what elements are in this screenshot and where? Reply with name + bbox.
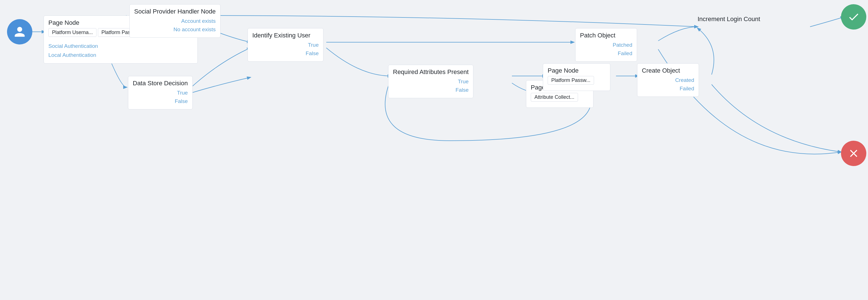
output-false-iu: False: [252, 49, 319, 58]
flow-canvas: Page Node Platform Userna... Platform Pa…: [0, 0, 868, 300]
required-attributes-title: Required Attributes Present: [393, 68, 469, 76]
end-node-success[interactable]: [841, 4, 866, 30]
patch-object-outputs: Patched Failed: [580, 41, 632, 58]
identify-user-outputs: True False: [252, 41, 319, 58]
page-node-3[interactable]: Page Node Platform Passw...: [543, 63, 610, 91]
chip-platform-password-3[interactable]: Platform Passw...: [548, 76, 594, 85]
required-attributes-outputs: True False: [393, 78, 469, 95]
identify-user-title: Identify Existing User: [252, 32, 319, 39]
patch-object-node[interactable]: Patch Object Patched Failed: [575, 28, 637, 62]
social-provider-node[interactable]: Social Provider Handler Node Account exi…: [129, 4, 220, 38]
data-store-node[interactable]: Data Store Decision True False: [128, 76, 193, 110]
output-local-auth: Local Authentication: [49, 51, 193, 60]
page-node-3-title: Page Node: [548, 67, 606, 74]
page-node-2-chips: Attribute Collect...: [531, 93, 589, 104]
output-no-account: No account exists: [134, 25, 216, 34]
output-failed-create: Failed: [642, 84, 694, 93]
output-patched: Patched: [580, 41, 632, 49]
end-node-fail[interactable]: [841, 141, 866, 166]
output-true-ra: True: [393, 78, 469, 86]
patch-object-title: Patch Object: [580, 32, 632, 39]
data-store-title: Data Store Decision: [133, 80, 188, 87]
check-icon: [847, 11, 860, 23]
create-object-node[interactable]: Create Object Created Failed: [637, 63, 699, 97]
data-store-outputs: True False: [133, 89, 188, 106]
output-social-auth: Social Authentication: [49, 42, 193, 51]
page-node-1-outputs: Social Authentication Local Authenticati…: [49, 42, 193, 60]
chip-attribute-collect[interactable]: Attribute Collect...: [531, 93, 578, 101]
social-provider-title: Social Provider Handler Node: [134, 8, 216, 15]
output-true-iu: True: [252, 41, 319, 49]
page-node-3-chips: Platform Passw...: [548, 76, 606, 87]
close-icon: [847, 147, 860, 159]
create-object-outputs: Created Failed: [642, 76, 694, 93]
chip-platform-username[interactable]: Platform Userna...: [49, 28, 96, 37]
identify-user-node[interactable]: Identify Existing User True False: [248, 28, 323, 62]
increment-login-label: Increment Login Count: [698, 16, 760, 23]
output-true-ds: True: [133, 89, 188, 97]
output-false-ra: False: [393, 86, 469, 94]
social-provider-outputs: Account exists No account exists: [134, 17, 216, 34]
output-failed-patch: Failed: [580, 49, 632, 58]
person-icon: [13, 26, 26, 38]
output-created: Created: [642, 76, 694, 84]
output-account-exists: Account exists: [134, 17, 216, 25]
start-node[interactable]: [7, 19, 32, 44]
output-false-ds: False: [133, 97, 188, 106]
create-object-title: Create Object: [642, 67, 694, 74]
required-attributes-node[interactable]: Required Attributes Present True False: [388, 65, 473, 98]
